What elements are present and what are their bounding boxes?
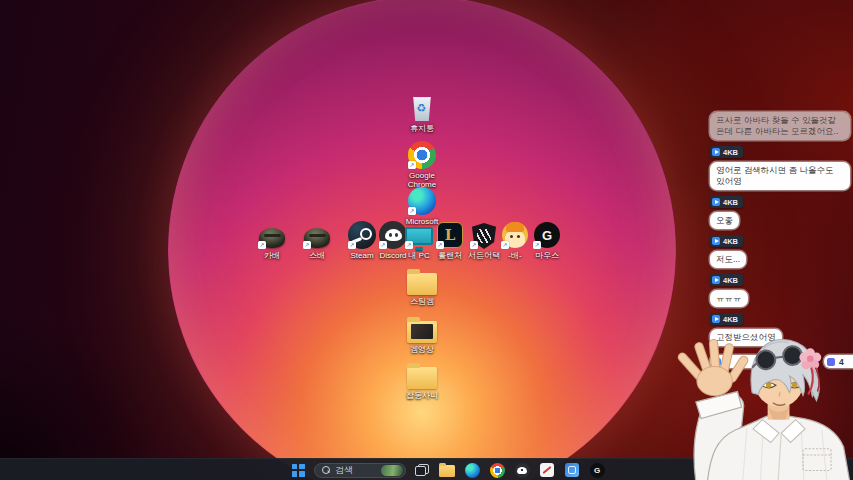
chat-message: 오좋	[710, 212, 739, 229]
chat-message: 영어로 검색하시면 좀 나올수도 있어영	[710, 162, 850, 190]
waving-hand-icon	[682, 344, 743, 396]
desktop-screen: 휴지통 ↗ Google Chrome ↗ Microsoft Edge ↗ 카…	[0, 0, 853, 480]
platform-badge-icon	[712, 315, 720, 323]
edge-icon	[465, 463, 480, 478]
chat-user-badge: 4KB	[710, 146, 743, 158]
ghub-taskbar-button[interactable]	[588, 461, 606, 479]
desktop-icon-chrome[interactable]: ↗ Google Chrome	[399, 140, 445, 189]
search-highlight-image	[381, 465, 403, 476]
chat-username: 4KB	[723, 148, 738, 157]
desktop-icon-label: 마우스	[535, 251, 559, 260]
discord-taskbar-button[interactable]	[513, 461, 531, 479]
logitech-ghub-icon	[590, 463, 605, 478]
folder-icon	[407, 367, 437, 389]
platform-badge-icon	[712, 198, 720, 206]
windows-logo-icon	[292, 464, 305, 477]
desktop-icon-steam-pubg[interactable]: ↗ 스배	[294, 220, 340, 260]
desktop-icon-kakao-pubg[interactable]: ↗ 카배	[249, 220, 295, 260]
desktop-icon-label: 잡동사니	[406, 391, 438, 400]
recycle-bin-icon	[412, 97, 432, 121]
chat-username: 4KB	[723, 315, 738, 324]
desktop-icon-label: 휴지통	[410, 124, 434, 133]
shortcut-arrow-icon: ↗	[533, 241, 541, 249]
shortcut-arrow-icon: ↗	[408, 161, 416, 169]
capture-app-icon	[540, 463, 554, 477]
shortcut-arrow-icon: ↗	[405, 241, 413, 249]
folder-icon	[407, 273, 437, 295]
chat-user-badge: 4KB	[710, 235, 743, 247]
shortcut-arrow-icon: ↗	[470, 241, 478, 249]
chat-username: 4KB	[723, 237, 738, 246]
desktop-icon-label: 롤랜처	[438, 251, 462, 260]
edge-taskbar-button[interactable]	[463, 461, 481, 479]
shortcut-arrow-icon: ↗	[258, 241, 266, 249]
file-explorer-icon	[439, 465, 455, 477]
desktop-icon-label: 겜영상	[410, 345, 434, 354]
photos-app-icon	[565, 463, 579, 477]
chat-user-badge: 4KB	[710, 313, 743, 325]
chat-message: ㅠㅠㅠ	[710, 290, 748, 307]
chat-user-badge: 4KB	[710, 196, 743, 208]
chat-username: 4KB	[723, 276, 738, 285]
vtuber-avatar	[647, 326, 853, 480]
chat-message: 저도...	[710, 251, 746, 268]
capture-app-taskbar-button[interactable]	[538, 461, 556, 479]
file-explorer-button[interactable]	[438, 461, 456, 479]
platform-badge-icon	[712, 148, 720, 156]
shortcut-arrow-icon: ↗	[379, 241, 387, 249]
chat-user-badge: 4KB	[710, 274, 743, 286]
platform-badge-icon	[712, 237, 720, 245]
desktop-icon-label: 스팀겜	[410, 297, 434, 306]
desktop-icon-recycle-bin[interactable]: 휴지통	[399, 93, 445, 133]
desktop-icon-label: 스배	[309, 251, 325, 260]
shortcut-arrow-icon: ↗	[436, 241, 444, 249]
photos-app-taskbar-button[interactable]	[563, 461, 581, 479]
desktop-icon-mouse-ghub[interactable]: ↗ 마우스	[524, 220, 570, 260]
folder-with-media-icon	[407, 321, 437, 343]
chrome-icon	[490, 463, 505, 478]
chrome-taskbar-button[interactable]	[488, 461, 506, 479]
shortcut-arrow-icon: ↗	[501, 241, 509, 249]
vtuber-avatar-graphic	[647, 326, 853, 480]
discord-icon	[515, 463, 530, 478]
search-icon	[322, 466, 330, 474]
desktop-icon-label: 카배	[264, 251, 280, 260]
chat-message: 프사로 아바타 찾을 수 있을것같은데 다른 아바타는 모르겠어요..	[710, 112, 850, 140]
shortcut-arrow-icon: ↗	[408, 207, 416, 215]
chat-username: 4KB	[723, 198, 738, 207]
taskbar-search-box[interactable]: 검색	[314, 463, 406, 478]
desktop-icon-label: -배-	[508, 251, 521, 260]
desktop-icon-folder-game-videos[interactable]: 겜영상	[399, 314, 445, 354]
start-button[interactable]	[289, 461, 307, 479]
desktop-icon-folder-misc[interactable]: 잡동사니	[399, 360, 445, 400]
task-view-icon	[415, 464, 429, 476]
platform-badge-icon	[712, 276, 720, 284]
task-view-button[interactable]	[413, 461, 431, 479]
desktop-icon-folder-steam-games[interactable]: 스팀겜	[399, 266, 445, 306]
search-label: 검색	[335, 464, 376, 477]
shortcut-arrow-icon: ↗	[348, 241, 356, 249]
shortcut-arrow-icon: ↗	[303, 241, 311, 249]
